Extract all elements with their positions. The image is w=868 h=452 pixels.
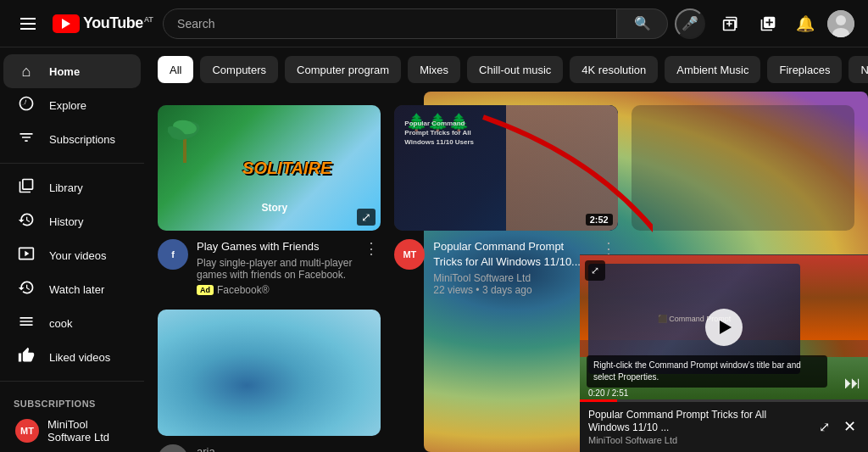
mini-play-button[interactable]: [705, 309, 743, 346]
sidebar-item-watch-later[interactable]: Watch later: [3, 272, 141, 306]
solitaire-thumb-bg: SOLITAIRE Story: [158, 105, 381, 231]
solitaire-title-text: SOLITAIRE: [242, 159, 331, 178]
header-center: 🔍 🎤: [163, 8, 705, 39]
sidebar-item-explore[interactable]: Explore: [3, 88, 141, 122]
cmd-duration: 2:52: [586, 214, 613, 226]
solitaire-meta: Play Games with Friends Play single-play…: [197, 239, 353, 296]
sidebar-item-explore-label: Explore: [49, 99, 86, 112]
video-card-solitaire[interactable]: SOLITAIRE Story ⤢ f Play Games with Frie…: [158, 105, 381, 296]
mic-button[interactable]: 🎤: [675, 8, 705, 39]
chip-fireplaces[interactable]: Fireplaces: [767, 56, 842, 83]
watch-later-icon: [17, 279, 36, 300]
solitaire-video-info: f Play Games with Friends Play single-pl…: [158, 239, 381, 296]
chip-ambient[interactable]: Ambient Music: [665, 56, 760, 83]
subscriptions-icon: [17, 129, 36, 150]
mini-next-button[interactable]: ⏭: [844, 373, 861, 393]
sidebar-item-subscriptions[interactable]: Subscriptions: [3, 122, 141, 156]
row2-avatar-1: [158, 444, 188, 452]
minitool-label: MiniTool Software Ltd: [47, 418, 129, 444]
row2-thumb-bg-1: [158, 310, 381, 435]
header-right: 🔔: [715, 8, 854, 39]
ad-badge: Ad Facebook®: [197, 284, 270, 296]
chip-chillout[interactable]: Chill-out music: [467, 56, 563, 83]
chip-mixes[interactable]: Mixes: [408, 56, 460, 83]
ad-source: Facebook®: [217, 284, 270, 296]
solitaire-thumbnail: SOLITAIRE Story ⤢: [158, 105, 381, 231]
history-icon: [17, 211, 36, 232]
minitool-avatar: MT: [15, 419, 39, 443]
cook-icon: [17, 313, 36, 334]
library-icon: [17, 177, 36, 198]
cmd-text-overlay: Popular CommandPrompt Tricks for AllWind…: [404, 119, 474, 148]
solitaire-title: Play Games with Friends: [197, 239, 353, 254]
menu-button[interactable]: [14, 11, 42, 36]
mini-info: Popular Command Prompt Tricks for All Wi…: [580, 402, 868, 452]
chip-computer-program[interactable]: Computer program: [285, 56, 401, 83]
sidebar-item-library-label: Library: [49, 181, 83, 194]
sidebar-sub-smarter[interactable]: SE SmarterEveryDay: [3, 448, 141, 452]
cmd-title: Popular Command Prompt Tricks for All Wi…: [433, 239, 590, 270]
mini-title: Popular Command Prompt Tricks for All Wi…: [588, 409, 809, 435]
search-button[interactable]: 🔍: [617, 8, 668, 39]
chip-4k[interactable]: 4K resolution: [570, 56, 658, 83]
cmd-channel-avatar: MT: [394, 239, 425, 270]
svg-point-1: [836, 15, 846, 25]
search-form: 🔍: [163, 8, 668, 39]
row2-thumb-1: [158, 310, 381, 435]
cmd-channel: MiniTool Software Ltd: [433, 272, 590, 284]
sidebar-item-cook[interactable]: cook: [3, 306, 141, 340]
logo-text: YouTubeAT: [83, 14, 153, 32]
sidebar-item-subscriptions-label: Subscriptions: [49, 133, 115, 146]
liked-icon: [17, 347, 36, 368]
sidebar-item-your-videos-label: Your videos: [49, 249, 106, 262]
sidebar-item-liked[interactable]: Liked videos: [3, 340, 141, 374]
logo[interactable]: YouTubeAT: [53, 14, 153, 33]
chip-all[interactable]: All: [158, 56, 193, 83]
mini-expand-icon[interactable]: ⤢: [815, 416, 833, 438]
explore-icon: [17, 95, 36, 116]
avatar[interactable]: [827, 10, 854, 37]
sidebar-sub-minitool[interactable]: MT MiniTool Software Ltd: [3, 414, 141, 448]
mini-player: ⬛ Command Prompt Right-click the Command…: [580, 254, 868, 452]
sidebar-item-history[interactable]: History: [3, 204, 141, 238]
cmd-person: [506, 105, 618, 231]
create-icon[interactable]: [715, 8, 746, 39]
mini-player-video[interactable]: ⬛ Command Prompt Right-click the Command…: [580, 255, 868, 399]
sidebar-item-library[interactable]: Library: [3, 170, 141, 204]
mini-close-button[interactable]: ✕: [840, 414, 860, 439]
cmd-thumb-bg: 🌲🌲🌲 Popular CommandPrompt Tricks for All…: [394, 105, 617, 231]
cmd-thumbnail: 🌲🌲🌲 Popular CommandPrompt Tricks for All…: [394, 105, 617, 231]
solitaire-channel-avatar: f: [158, 239, 188, 270]
youtube-logo-icon: [53, 14, 80, 33]
sidebar: ⌂ Home Explore Subscriptions Library His…: [0, 47, 144, 452]
mini-channel: MiniTool Software Ltd: [588, 435, 809, 445]
divider-2: [0, 381, 144, 382]
chips-bar: All Computers Computer program Mixes Chi…: [144, 47, 868, 92]
mini-expand-button[interactable]: ⤢: [585, 260, 605, 281]
sidebar-item-liked-label: Liked videos: [49, 351, 110, 364]
solitaire-sub-text: Story: [261, 202, 287, 214]
chip-computers[interactable]: Computers: [200, 56, 278, 83]
search-input[interactable]: [163, 8, 617, 39]
solitaire-more-button[interactable]: ⋮: [362, 239, 381, 258]
sidebar-item-your-videos[interactable]: Your videos: [3, 238, 141, 272]
chip-nature[interactable]: Nature: [849, 56, 868, 83]
blob-thumbnail: [632, 105, 854, 231]
cmd-meta: Popular Command Prompt Tricks for All Wi…: [433, 239, 590, 296]
row2-meta-1: aria ago: [197, 444, 381, 452]
row2-title-1: aria: [197, 444, 381, 452]
row2-info-1: aria ago: [158, 444, 381, 452]
header-left: YouTubeAT: [14, 11, 153, 36]
apps-icon[interactable]: [753, 8, 783, 39]
video-card-row2-1[interactable]: aria ago: [158, 310, 381, 452]
cmd-stats: 22 views • 3 days ago: [433, 284, 590, 296]
sidebar-item-home[interactable]: ⌂ Home: [3, 54, 141, 88]
blob-thumb-bg: [632, 105, 854, 231]
notifications-icon[interactable]: 🔔: [790, 8, 821, 39]
expand-button[interactable]: ⤢: [357, 209, 376, 226]
home-icon: ⌂: [17, 63, 36, 81]
subscriptions-title: SUBSCRIPTIONS: [0, 388, 144, 414]
sidebar-item-history-label: History: [49, 215, 83, 228]
your-videos-icon: [17, 245, 36, 266]
sidebar-item-cook-label: cook: [49, 317, 72, 330]
